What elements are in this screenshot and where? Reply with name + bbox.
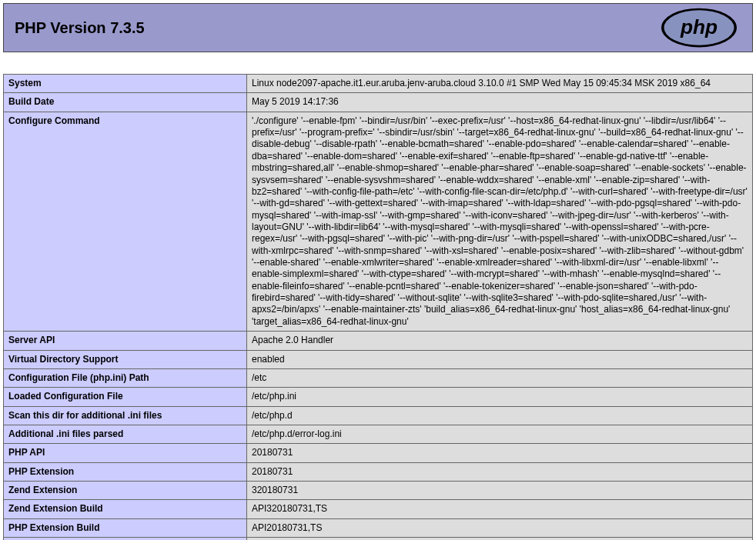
php-logo-icon: php xyxy=(657,6,741,49)
table-row: PHP Extension20180731 xyxy=(4,462,753,481)
info-value: API20180731,TS xyxy=(247,518,753,537)
page-title: PHP Version 7.3.5 xyxy=(15,19,145,37)
info-key: Loaded Configuration File xyxy=(4,388,247,406)
info-value: /etc xyxy=(247,368,753,387)
info-key: Zend Extension Build xyxy=(4,500,247,518)
table-row: Loaded Configuration File/etc/php.ini xyxy=(4,388,753,406)
info-value: /etc/php.d/error-log.ini xyxy=(247,425,753,443)
info-key: PHP API xyxy=(4,444,247,462)
info-key: PHP Extension Build xyxy=(4,518,247,537)
table-row: Build DateMay 5 2019 14:17:36 xyxy=(4,93,753,112)
info-value: May 5 2019 14:17:36 xyxy=(247,93,753,112)
table-row: Zend Extension320180731 xyxy=(4,482,753,500)
info-value: 20180731 xyxy=(247,444,753,462)
info-value: './configure' '--enable-fpm' '--bindir=/… xyxy=(247,112,753,331)
info-value: no xyxy=(247,538,753,540)
table-row: SystemLinux node2097-apache.it1.eur.arub… xyxy=(4,75,753,93)
table-row: Virtual Directory Supportenabled xyxy=(4,350,753,368)
table-row: Server APIApache 2.0 Handler xyxy=(4,332,753,350)
info-key: Server API xyxy=(4,332,247,350)
info-key: PHP Extension xyxy=(4,462,247,481)
table-row: Additional .ini files parsed/etc/php.d/e… xyxy=(4,425,753,443)
info-value: Linux node2097-apache.it1.eur.aruba.jenv… xyxy=(247,75,753,93)
phpinfo-header: PHP Version 7.3.5 php xyxy=(3,3,753,52)
info-value: 20180731 xyxy=(247,462,753,481)
info-value: 320180731 xyxy=(247,482,753,500)
info-key: Scan this dir for additional .ini files xyxy=(4,406,247,425)
table-row: Scan this dir for additional .ini files/… xyxy=(4,406,753,425)
info-value: enabled xyxy=(247,350,753,368)
info-key: Debug Build xyxy=(4,538,247,540)
info-key: Additional .ini files parsed xyxy=(4,425,247,443)
table-row: Configure Command'./configure' '--enable… xyxy=(4,112,753,331)
info-key: Configure Command xyxy=(4,112,247,331)
info-key: Build Date xyxy=(4,93,247,112)
info-value: API320180731,TS xyxy=(247,500,753,518)
info-key: Virtual Directory Support xyxy=(4,350,247,368)
table-row: PHP API20180731 xyxy=(4,444,753,462)
svg-text:php: php xyxy=(680,15,718,38)
info-value: Apache 2.0 Handler xyxy=(247,332,753,350)
info-key: System xyxy=(4,75,247,93)
info-key: Zend Extension xyxy=(4,482,247,500)
phpinfo-table: SystemLinux node2097-apache.it1.eur.arub… xyxy=(3,74,753,540)
info-key: Configuration File (php.ini) Path xyxy=(4,368,247,387)
table-row: Debug Buildno xyxy=(4,538,753,540)
info-value: /etc/php.d xyxy=(247,406,753,425)
info-value: /etc/php.ini xyxy=(247,388,753,406)
table-row: PHP Extension BuildAPI20180731,TS xyxy=(4,518,753,537)
table-row: Zend Extension BuildAPI320180731,TS xyxy=(4,500,753,518)
table-row: Configuration File (php.ini) Path/etc xyxy=(4,368,753,387)
